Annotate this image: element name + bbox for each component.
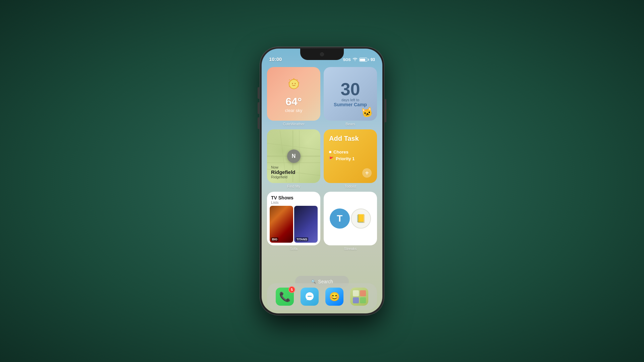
- notch: [300, 49, 344, 60]
- show-1-badge: BIG: [271, 237, 278, 241]
- battery-icon: [359, 58, 369, 62]
- sofa-header: TV Shows Lists: [267, 192, 320, 206]
- folder-app-1: [353, 290, 359, 296]
- streak-circle-t: T: [330, 208, 350, 229]
- findmy-widget-col: N Now Ridgefield Ridgefield Find My: [267, 129, 320, 188]
- weather-widget[interactable]: 64° clear sky: [267, 67, 320, 121]
- weather-app-label: CuteWeather: [267, 122, 320, 126]
- svg-point-19: [309, 296, 310, 297]
- svg-point-2: [294, 83, 296, 84]
- sofa-widget-col: TV Shows Lists BIG TITANS Sofa: [267, 192, 320, 251]
- svg-point-4: [297, 79, 298, 80]
- weather-widget-col: 64° clear sky CuteWeather: [267, 67, 320, 126]
- svg-point-0: [289, 79, 299, 89]
- bears-widget-col: 30 days left to Summer Camp 🐱 Bears: [324, 67, 377, 126]
- todoist-tasks: Chores 🚩 Priority 1: [329, 149, 372, 161]
- svg-point-20: [310, 296, 312, 297]
- status-icons: SOS 93: [343, 57, 375, 62]
- folder-app-4: [360, 297, 366, 303]
- bears-widget[interactable]: 30 days left to Summer Camp 🐱: [324, 67, 377, 121]
- signal-icon: SOS: [343, 58, 351, 62]
- map-compass: N: [287, 149, 301, 163]
- show-thumb-2: TITANS: [294, 206, 318, 243]
- sofa-widget[interactable]: TV Shows Lists BIG TITANS: [267, 192, 320, 245]
- show-thumb-1: BIG: [270, 206, 293, 243]
- status-time: 10:00: [269, 56, 282, 62]
- widget-row-2: N Now Ridgefield Ridgefield Find My Add …: [267, 129, 377, 188]
- phone-screen: 10:00 SOS 93: [262, 49, 382, 313]
- todoist-task-2: 🚩 Priority 1: [329, 156, 372, 161]
- todoist-widget[interactable]: Add Task Chores 🚩 Priority 1 +: [324, 129, 377, 183]
- svg-point-5: [298, 82, 299, 83]
- sofa-subtitle: Lists: [271, 200, 316, 204]
- sofa-app-label: Sofa: [267, 247, 320, 251]
- task-2-label: Priority 1: [336, 156, 355, 161]
- dock-folder-icon[interactable]: [350, 288, 368, 306]
- phone-frame: 10:00 SOS 93: [260, 47, 384, 315]
- bears-app-label: Bears: [324, 122, 377, 126]
- bear-sticker: 🐱: [360, 106, 374, 119]
- task-dot-icon: [329, 151, 331, 153]
- widget-row-1: 64° clear sky CuteWeather 30 days left t…: [267, 67, 377, 126]
- wifi-icon: [353, 57, 358, 62]
- phone-badge: 5: [288, 286, 295, 293]
- map-city: Ridgefield: [271, 169, 296, 175]
- streaks-widget[interactable]: T 📒: [324, 192, 377, 245]
- dock-waze-icon[interactable]: 😊: [325, 288, 343, 306]
- dock-messages-icon[interactable]: [301, 288, 319, 306]
- svg-point-3: [293, 78, 294, 79]
- svg-point-8: [288, 82, 289, 83]
- svg-point-1: [292, 83, 293, 84]
- svg-point-9: [289, 86, 290, 87]
- task-flag-icon: 🚩: [329, 157, 334, 161]
- dock: 📞 5 😊: [267, 283, 377, 310]
- battery-percent: 93: [371, 57, 375, 62]
- svg-line-15: [267, 143, 320, 149]
- streak-letter-t: T: [337, 213, 342, 224]
- dock-phone-icon[interactable]: 📞 5: [276, 288, 294, 306]
- task-1-label: Chores: [333, 149, 348, 155]
- weather-condition: clear sky: [285, 108, 302, 113]
- folder-app-3: [353, 297, 359, 303]
- messages-icon: [305, 292, 315, 302]
- countdown-text: days left to: [341, 98, 359, 102]
- countdown-number: 30: [341, 80, 360, 98]
- todoist-add-button[interactable]: +: [362, 168, 372, 178]
- widgets-area: 64° clear sky CuteWeather 30 days left t…: [267, 67, 377, 283]
- findmy-app-label: Find My: [267, 184, 320, 188]
- svg-point-18: [308, 296, 309, 297]
- weather-temperature: 64°: [285, 96, 302, 108]
- streaks-app-label: Streaks: [324, 247, 377, 251]
- svg-point-7: [289, 79, 290, 80]
- front-camera: [320, 52, 324, 56]
- todoist-app-label: Todoist: [324, 184, 377, 188]
- streak-book-icon: 📒: [356, 214, 366, 223]
- svg-point-6: [298, 86, 299, 87]
- todoist-title: Add Task: [329, 135, 372, 142]
- phone-icon: 📞: [279, 291, 291, 302]
- folder-app-2: [360, 290, 366, 296]
- sofa-images: BIG TITANS: [267, 206, 320, 245]
- sofa-title: TV Shows: [271, 195, 316, 200]
- countdown-label: Summer Camp: [334, 102, 367, 107]
- streak-circle-book: 📒: [351, 208, 371, 229]
- todoist-widget-col: Add Task Chores 🚩 Priority 1 +: [324, 129, 377, 188]
- map-info: Now Ridgefield Ridgefield: [271, 165, 296, 179]
- widget-row-3: TV Shows Lists BIG TITANS Sofa: [267, 192, 377, 251]
- findmy-widget[interactable]: N Now Ridgefield Ridgefield: [267, 129, 320, 183]
- map-suburb: Ridgefield: [271, 175, 296, 179]
- show-2-badge: TITANS: [296, 237, 308, 241]
- streaks-widget-col: T 📒 Streaks: [324, 192, 377, 251]
- todoist-task-1: Chores: [329, 149, 372, 155]
- map-status: Now: [271, 165, 296, 169]
- sun-icon: [285, 75, 302, 94]
- waze-icon: 😊: [329, 292, 340, 302]
